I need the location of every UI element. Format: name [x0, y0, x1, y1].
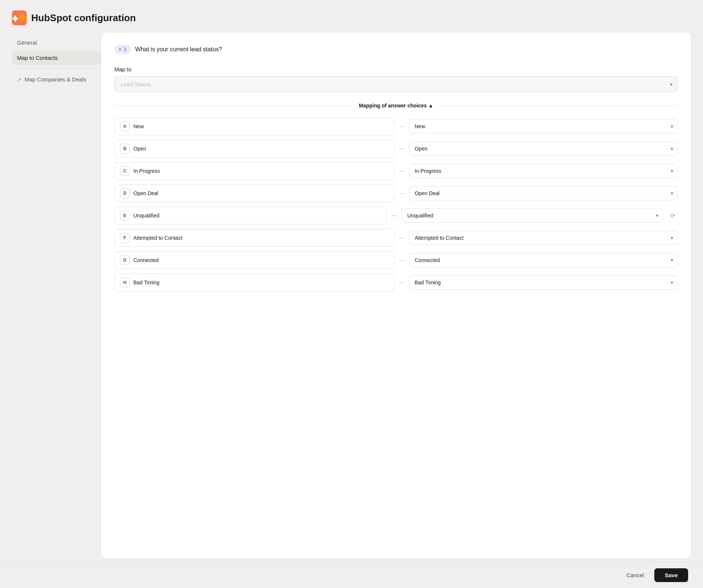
answer-text-6: Connected	[133, 257, 159, 263]
answer-box-6: G Connected	[114, 251, 394, 269]
content-area: General Map to Contacts ↗ Map Companies …	[0, 33, 703, 588]
cancel-button[interactable]: Cancel	[621, 568, 650, 582]
answer-box-7: H Bad Timing	[114, 274, 394, 291]
sidebar-item-map-companies-deals[interactable]: ↗ Map Companies & Deals	[12, 72, 101, 86]
mapping-select-0[interactable]: New	[409, 119, 678, 133]
sidebar-item-map-to-contacts[interactable]: Map to Contacts	[12, 51, 101, 65]
answer-text-7: Bad Timing	[133, 280, 159, 285]
mapping-select-wrapper-3: Open Deal ▾	[409, 186, 678, 200]
row-action-icon-4[interactable]: ⟳	[667, 210, 678, 221]
answer-letter-6: G	[120, 255, 130, 265]
answer-text-4: Unqualified	[133, 213, 159, 219]
mapping-select-6[interactable]: Connected	[409, 253, 678, 267]
mapping-row: G Connected — Connected ▾	[114, 251, 678, 269]
answer-text-5: Attempted to Contact	[133, 235, 182, 241]
step-badge: ▾ 3	[114, 45, 131, 54]
mapping-select-1[interactable]: Open	[409, 142, 678, 156]
arrow-connector-3: —	[399, 190, 405, 197]
map-to-section: Map to Lead Status ▾	[114, 66, 678, 92]
mapping-select-3[interactable]: Open Deal	[409, 186, 678, 200]
mapping-select-wrapper-0: New ▾	[409, 119, 678, 133]
arrow-connector-4: —	[391, 212, 397, 219]
arrow-connector-0: —	[399, 123, 405, 130]
question-text: What is your current lead status?	[135, 46, 222, 53]
arrow-connector-7: —	[399, 279, 405, 286]
mapping-section-title: Mapping of answer choices ▲	[354, 103, 438, 109]
mapping-select-wrapper-5: Attempted to Contact ▾	[409, 231, 678, 245]
mapping-rows: A New — New ▾ B Open — Open ▾	[114, 117, 678, 291]
mapping-select-7[interactable]: Bad Timing	[409, 275, 678, 290]
page-title: HubSpot configuration	[31, 12, 136, 24]
page-header: 🔶 HubSpot configuration	[0, 0, 703, 33]
mapping-section-header: Mapping of answer choices ▲	[114, 103, 678, 109]
mapping-select-wrapper-1: Open ▾	[409, 142, 678, 156]
answer-text-1: Open	[133, 146, 146, 152]
mapping-row: A New — New ▾	[114, 117, 678, 135]
answer-letter-3: D	[120, 188, 130, 198]
answer-box-3: D Open Deal	[114, 184, 394, 202]
external-link-icon: ↗	[17, 77, 22, 83]
sidebar-item-general[interactable]: General	[12, 36, 101, 49]
hubspot-logo: 🔶	[12, 10, 27, 25]
mapping-select-wrapper-6: Connected ▾	[409, 253, 678, 267]
lead-status-select[interactable]: Lead Status	[114, 76, 678, 92]
save-button[interactable]: Save	[654, 568, 688, 582]
lead-status-select-wrapper: Lead Status ▾	[114, 76, 678, 92]
sidebar-item-label-map-contacts: Map to Contacts	[17, 55, 58, 61]
answer-box-5: F Attempted to Contact	[114, 229, 394, 247]
answer-letter-1: B	[120, 144, 130, 154]
mapping-row: F Attempted to Contact — Attempted to Co…	[114, 229, 678, 247]
answer-text-0: New	[133, 123, 144, 129]
answer-text-3: Open Deal	[133, 190, 158, 196]
mapping-row: D Open Deal — Open Deal ▾	[114, 184, 678, 202]
answer-letter-2: C	[120, 166, 130, 176]
answer-box-0: A New	[114, 117, 394, 135]
arrow-connector-5: —	[399, 235, 405, 241]
mapping-select-2[interactable]: In Progress	[409, 164, 678, 178]
arrow-connector-1: —	[399, 145, 405, 152]
answer-letter-0: A	[120, 122, 130, 131]
arrow-connector-2: —	[399, 168, 405, 174]
footer: Cancel Save	[0, 562, 703, 588]
answer-box-4: E Unqualified	[114, 207, 387, 224]
answer-letter-4: E	[120, 211, 130, 220]
main-panel: ▾ 3 What is your current lead status? Ma…	[101, 33, 691, 558]
mapping-row: B Open — Open ▾	[114, 140, 678, 158]
answer-box-1: B Open	[114, 140, 394, 158]
page-wrapper: 🔶 HubSpot configuration General Map to C…	[0, 0, 703, 588]
mapping-row: H Bad Timing — Bad Timing ▾	[114, 274, 678, 291]
mapping-row: E Unqualified — Unqualified ▾ ⟳	[114, 207, 678, 224]
mapping-row: C In Progress — In Progress ▾	[114, 162, 678, 180]
sidebar-item-label-general: General	[17, 39, 37, 46]
mapping-select-wrapper-7: Bad Timing ▾	[409, 275, 678, 290]
sidebar: General Map to Contacts ↗ Map Companies …	[12, 33, 101, 558]
answer-letter-5: F	[120, 233, 130, 243]
map-to-label: Map to	[114, 66, 678, 72]
chevron-down-icon: ▾	[119, 47, 121, 52]
question-header: ▾ 3 What is your current lead status?	[114, 45, 678, 54]
answer-letter-7: H	[120, 278, 130, 287]
mapping-select-4[interactable]: Unqualified	[402, 209, 663, 223]
answer-text-2: In Progress	[133, 168, 160, 174]
mapping-select-wrapper-4: Unqualified ▾	[402, 209, 663, 223]
answer-box-2: C In Progress	[114, 162, 394, 180]
mapping-select-5[interactable]: Attempted to Contact	[409, 231, 678, 245]
sidebar-divider	[17, 68, 96, 69]
step-number: 3	[123, 46, 126, 52]
sidebar-item-label-map-companies: Map Companies & Deals	[25, 76, 86, 83]
mapping-select-wrapper-2: In Progress ▾	[409, 164, 678, 178]
arrow-connector-6: —	[399, 257, 405, 264]
